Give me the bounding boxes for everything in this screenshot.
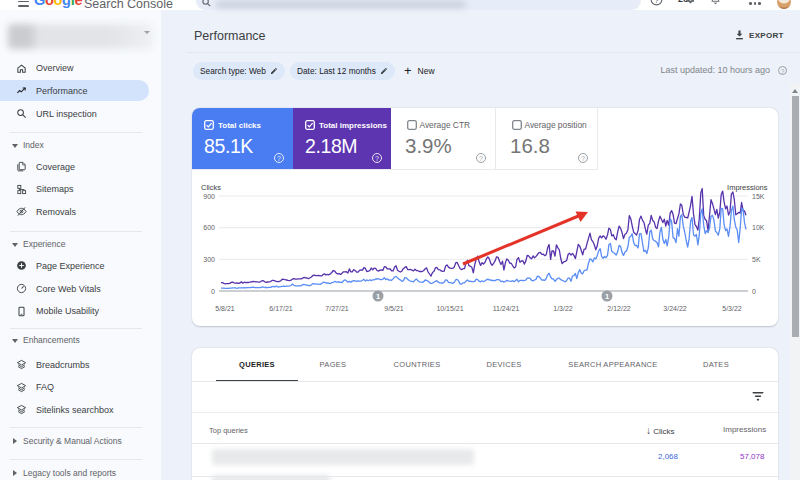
svg-text:7/27/21: 7/27/21 (325, 305, 348, 312)
svg-text:10/15/21: 10/15/21 (436, 305, 463, 312)
svg-text:11/24/21: 11/24/21 (493, 305, 520, 312)
svg-text:0: 0 (752, 288, 756, 295)
svg-text:0: 0 (211, 288, 215, 295)
svg-text:5/3/22: 5/3/22 (722, 305, 742, 312)
svg-text:Impressions: Impressions (727, 183, 768, 192)
svg-text:5K: 5K (752, 256, 761, 263)
svg-text:600: 600 (203, 224, 215, 231)
svg-text:15K: 15K (752, 193, 765, 200)
svg-text:5/8/21: 5/8/21 (215, 305, 235, 312)
svg-text:9/5/21: 9/5/21 (384, 305, 404, 312)
svg-text:Clicks: Clicks (201, 183, 221, 192)
svg-text:1: 1 (605, 292, 609, 301)
svg-text:300: 300 (203, 256, 215, 263)
svg-text:?: ? (654, 0, 659, 4)
svg-text:3/24/22: 3/24/22 (663, 305, 686, 312)
svg-text:2/12/22: 2/12/22 (607, 305, 630, 312)
svg-text:1: 1 (376, 292, 380, 301)
svg-text:1/3/22: 1/3/22 (553, 305, 573, 312)
svg-text:10K: 10K (752, 224, 765, 231)
svg-text:900: 900 (203, 193, 215, 200)
svg-text:6/17/21: 6/17/21 (269, 305, 292, 312)
